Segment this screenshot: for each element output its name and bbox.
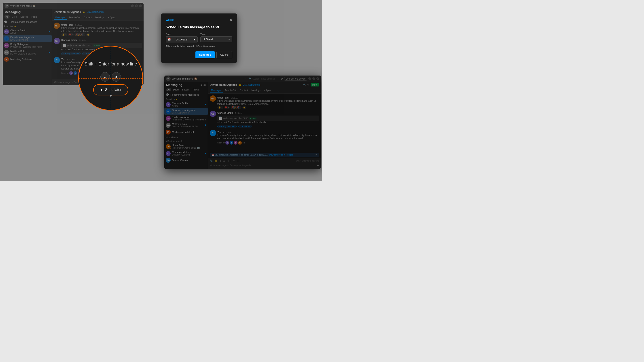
send-button[interactable]: ➤	[112, 72, 121, 81]
cursor-indicator	[110, 95, 112, 96]
dashed-line-vertical	[111, 46, 111, 111]
time-select[interactable]: 11:00 AM ▼	[200, 36, 232, 42]
dialog-close-button[interactable]: ✕	[230, 18, 232, 22]
dialog-note: This space includes people in different …	[166, 45, 232, 48]
time-label: Time	[200, 33, 232, 35]
send-later-icon: ➤	[100, 87, 103, 92]
chevron-down-button[interactable]: ⌄	[100, 72, 110, 81]
send-later-label: Send later	[105, 88, 122, 92]
date-select[interactable]: 📅 04/17/2024 ▼	[166, 36, 198, 42]
zoom-circle: Shift + Enter for a new line ⌄ ➤ ➤ Send …	[78, 46, 143, 111]
dialog-overlay: Webex ✕ Schedule this message to send Da…	[0, 0, 322, 181]
time-field: Time 11:00 AM ▼	[200, 33, 232, 42]
dialog-brand: Webex	[166, 18, 174, 21]
date-label: Date	[166, 33, 198, 35]
schedule-dialog: Webex ✕ Schedule this message to send Da…	[161, 13, 237, 63]
time-value: 11:00 AM	[202, 38, 213, 41]
cancel-button[interactable]: Cancel	[216, 51, 232, 58]
date-value: 04/17/2024	[176, 38, 188, 41]
dialog-main-title: Schedule this message to send	[166, 25, 232, 29]
schedule-button[interactable]: Schedule	[196, 51, 214, 58]
date-field: Date 📅 04/17/2024 ▼	[166, 33, 198, 42]
